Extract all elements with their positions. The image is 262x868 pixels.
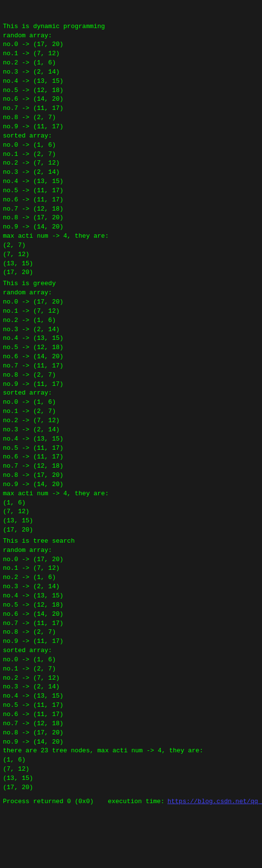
- terminal-line: This is tree search: [3, 537, 259, 546]
- terminal-line: sorted array:: [3, 132, 259, 141]
- terminal-line: no.7 -> (12, 18): [3, 205, 259, 214]
- terminal-line: no.5 -> (11, 17): [3, 701, 259, 710]
- terminal-line: (7, 12): [3, 507, 259, 517]
- terminal-line: no.0 -> (1, 6): [3, 141, 259, 150]
- terminal-line: random array:: [3, 546, 259, 555]
- terminal-output: This is dynamic programmingrandom array:…: [3, 4, 259, 806]
- terminal-line: no.9 -> (14, 20): [3, 223, 259, 232]
- terminal-line: no.8 -> (17, 20): [3, 729, 259, 738]
- section-dp: This is dynamic programmingrandom array:…: [3, 22, 259, 278]
- terminal-line: no.4 -> (13, 15): [3, 334, 259, 343]
- terminal-line: no.9 -> (14, 20): [3, 480, 259, 489]
- terminal-line: no.0 -> (17, 20): [3, 555, 259, 564]
- terminal-line: (17, 20): [3, 783, 259, 792]
- terminal-line: no.5 -> (12, 18): [3, 343, 259, 352]
- terminal-line: sorted array:: [3, 646, 259, 655]
- terminal-line: max acti num -> 4, they are:: [3, 232, 259, 241]
- terminal-line: no.3 -> (2, 14): [3, 582, 259, 592]
- terminal-line: no.0 -> (17, 20): [3, 40, 259, 49]
- terminal-line: no.6 -> (11, 17): [3, 453, 259, 462]
- terminal-line: (17, 20): [3, 268, 259, 277]
- terminal-line: (13, 15): [3, 774, 259, 783]
- terminal-line: no.7 -> (11, 17): [3, 104, 259, 113]
- terminal-line: no.4 -> (13, 15): [3, 692, 259, 701]
- terminal-line: no.6 -> (14, 20): [3, 352, 259, 362]
- terminal-line: no.4 -> (13, 15): [3, 177, 259, 186]
- terminal-line: no.5 -> (11, 17): [3, 444, 259, 453]
- terminal-line: (1, 6): [3, 756, 259, 765]
- execution-time-label: execution time:: [96, 797, 164, 807]
- terminal-line: no.4 -> (13, 15): [3, 77, 259, 86]
- bottom-bar: Process returned 0 (0x0) execution time:…: [3, 797, 259, 807]
- terminal-line: no.4 -> (13, 15): [3, 592, 259, 601]
- terminal-line: no.5 -> (11, 17): [3, 186, 259, 196]
- terminal-line: (2, 7): [3, 241, 259, 250]
- url-link[interactable]: https://blog.csdn.net/qq_44753451: [168, 797, 262, 807]
- terminal-line: no.5 -> (12, 18): [3, 601, 259, 610]
- terminal-line: This is dynamic programming: [3, 22, 259, 31]
- terminal-line: (7, 12): [3, 250, 259, 259]
- terminal-line: no.3 -> (2, 14): [3, 168, 259, 177]
- terminal-line: no.8 -> (17, 20): [3, 213, 259, 223]
- terminal-line: no.8 -> (2, 7): [3, 628, 259, 637]
- terminal-line: no.9 -> (11, 17): [3, 637, 259, 646]
- terminal-line: no.6 -> (14, 20): [3, 610, 259, 619]
- terminal-line: (13, 15): [3, 517, 259, 526]
- terminal-line: (13, 15): [3, 259, 259, 269]
- terminal-line: random array:: [3, 289, 259, 298]
- terminal-line: random array:: [3, 31, 259, 41]
- terminal-line: no.2 -> (7, 12): [3, 416, 259, 426]
- terminal-line: no.6 -> (11, 17): [3, 196, 259, 205]
- terminal-line: no.9 -> (11, 17): [3, 122, 259, 132]
- terminal-line: no.5 -> (12, 18): [3, 86, 259, 95]
- terminal-line: (17, 20): [3, 526, 259, 535]
- section-tree: This is tree searchrandom array:no.0 -> …: [3, 537, 259, 792]
- terminal-line: no.3 -> (2, 14): [3, 325, 259, 335]
- terminal-line: no.8 -> (2, 7): [3, 371, 259, 380]
- terminal-line: no.7 -> (12, 18): [3, 719, 259, 729]
- terminal-line: no.3 -> (2, 14): [3, 426, 259, 435]
- terminal-line: (7, 12): [3, 765, 259, 774]
- terminal-line: no.8 -> (2, 7): [3, 113, 259, 122]
- terminal-line: no.2 -> (7, 12): [3, 159, 259, 168]
- terminal-line: no.4 -> (13, 15): [3, 435, 259, 444]
- terminal-line: no.3 -> (2, 14): [3, 68, 259, 77]
- terminal-line: no.2 -> (1, 6): [3, 59, 259, 68]
- terminal-line: no.3 -> (2, 14): [3, 683, 259, 692]
- terminal-line: (1, 6): [3, 499, 259, 508]
- terminal-line: no.2 -> (1, 6): [3, 316, 259, 325]
- terminal-line: no.1 -> (7, 12): [3, 564, 259, 573]
- terminal-line: This is greedy: [3, 279, 259, 289]
- terminal-line: no.7 -> (11, 17): [3, 362, 259, 371]
- terminal-line: no.2 -> (7, 12): [3, 674, 259, 683]
- terminal-line: no.9 -> (11, 17): [3, 380, 259, 389]
- section-greedy: This is greedyrandom array:no.0 -> (17, …: [3, 279, 259, 535]
- terminal-line: no.6 -> (14, 20): [3, 95, 259, 104]
- terminal-line: sorted array:: [3, 389, 259, 398]
- terminal-line: no.7 -> (11, 17): [3, 619, 259, 628]
- terminal-line: no.6 -> (11, 17): [3, 710, 259, 719]
- terminal-line: max acti num -> 4, they are:: [3, 489, 259, 499]
- terminal-line: no.1 -> (7, 12): [3, 307, 259, 316]
- terminal-line: there are 23 tree nodes, max acti num ->…: [3, 746, 259, 756]
- terminal-line: no.2 -> (1, 6): [3, 573, 259, 582]
- terminal-line: no.9 -> (14, 20): [3, 738, 259, 747]
- terminal-line: no.0 -> (1, 6): [3, 398, 259, 407]
- terminal-line: no.1 -> (2, 7): [3, 150, 259, 159]
- terminal-line: no.1 -> (7, 12): [3, 49, 259, 59]
- terminal-line: no.1 -> (2, 7): [3, 407, 259, 416]
- terminal-line: no.8 -> (17, 20): [3, 471, 259, 480]
- terminal-line: no.0 -> (17, 20): [3, 298, 259, 307]
- process-status: Process returned 0 (0x0): [3, 797, 93, 807]
- terminal-line: no.0 -> (1, 6): [3, 655, 259, 665]
- terminal-line: no.7 -> (12, 18): [3, 462, 259, 471]
- terminal-line: no.1 -> (2, 7): [3, 665, 259, 674]
